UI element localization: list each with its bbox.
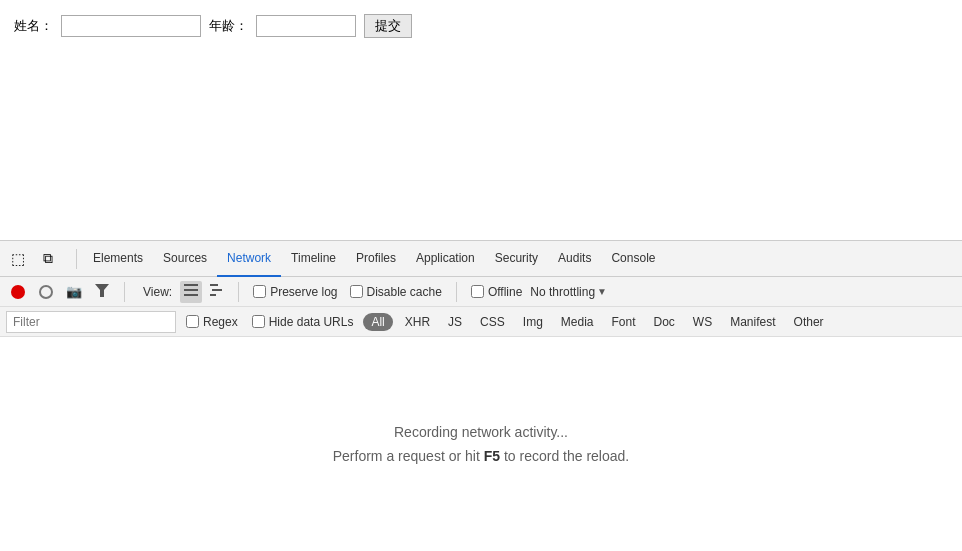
tab-application[interactable]: Application [406, 241, 485, 277]
tab-console[interactable]: Console [601, 241, 665, 277]
tab-profiles[interactable]: Profiles [346, 241, 406, 277]
tab-divider [76, 249, 77, 269]
tab-audits[interactable]: Audits [548, 241, 601, 277]
tab-security[interactable]: Security [485, 241, 548, 277]
svg-rect-3 [184, 294, 198, 296]
svg-rect-2 [184, 289, 198, 291]
name-input[interactable] [61, 15, 201, 37]
filter-doc-button[interactable]: Doc [648, 313, 681, 331]
view-label: View: [143, 285, 172, 299]
control-divider [124, 282, 125, 302]
preserve-log-label[interactable]: Preserve log [253, 285, 337, 299]
list-view-icon [184, 284, 198, 299]
tab-sources[interactable]: Sources [153, 241, 217, 277]
filter-input[interactable] [6, 311, 176, 333]
offline-checkbox[interactable] [471, 285, 484, 298]
devtools-tabs-row: ⬚ ⧉ Elements Sources Network Timeline Pr… [0, 241, 962, 277]
age-label: 年龄： [209, 17, 248, 35]
page-content: 姓名： 年龄： 提交 [0, 0, 962, 240]
throttle-value: No throttling [530, 285, 595, 299]
recording-text: Recording network activity... [394, 424, 568, 440]
tab-timeline[interactable]: Timeline [281, 241, 346, 277]
filter-media-button[interactable]: Media [555, 313, 600, 331]
svg-rect-4 [210, 284, 218, 286]
stop-button[interactable] [34, 280, 58, 304]
devtools-icons: ⬚ ⧉ [4, 245, 62, 273]
svg-rect-6 [210, 294, 216, 296]
offline-label[interactable]: Offline [471, 285, 522, 299]
filter-toggle-button[interactable] [90, 280, 114, 304]
record-button[interactable] [6, 280, 30, 304]
form-row: 姓名： 年龄： 提交 [14, 14, 948, 38]
disable-cache-checkbox[interactable] [350, 285, 363, 298]
tab-elements[interactable]: Elements [83, 241, 153, 277]
devtools-controls-row: 📷 View: [0, 277, 962, 307]
control-divider-3 [456, 282, 457, 302]
throttle-dropdown-arrow: ▼ [597, 286, 607, 297]
filter-other-button[interactable]: Other [788, 313, 830, 331]
preserve-log-checkbox[interactable] [253, 285, 266, 298]
cursor-icon-btn[interactable]: ⬚ [4, 245, 32, 273]
svg-marker-0 [95, 284, 109, 297]
screenshot-button[interactable]: 📷 [62, 280, 86, 304]
stop-icon [39, 285, 53, 299]
cursor-icon: ⬚ [11, 250, 25, 268]
camera-icon: 📷 [66, 284, 82, 299]
filter-icon [95, 284, 109, 300]
filter-ws-button[interactable]: WS [687, 313, 718, 331]
filter-all-button[interactable]: All [363, 313, 392, 331]
name-label: 姓名： [14, 17, 53, 35]
regex-label[interactable]: Regex [186, 315, 238, 329]
devtools-content: Recording network activity... Perform a … [0, 337, 962, 551]
devtools-filter-row: Regex Hide data URLs All XHR JS CSS Img … [0, 307, 962, 337]
submit-button[interactable]: 提交 [364, 14, 412, 38]
filter-xhr-button[interactable]: XHR [399, 313, 436, 331]
hide-data-urls-label[interactable]: Hide data URLs [252, 315, 354, 329]
hint-key: F5 [484, 448, 500, 464]
list-view-button[interactable] [180, 281, 202, 303]
filter-img-button[interactable]: Img [517, 313, 549, 331]
inspect-icon-btn[interactable]: ⧉ [34, 245, 62, 273]
svg-rect-1 [184, 284, 198, 286]
throttle-dropdown[interactable]: No throttling ▼ [530, 285, 607, 299]
record-icon [11, 285, 25, 299]
control-divider-2 [238, 282, 239, 302]
age-input[interactable] [256, 15, 356, 37]
svg-rect-5 [212, 289, 222, 291]
filter-font-button[interactable]: Font [606, 313, 642, 331]
recording-hint: Perform a request or hit F5 to record th… [333, 448, 629, 464]
tab-network[interactable]: Network [217, 241, 281, 277]
inspect-icon: ⧉ [43, 250, 53, 267]
waterfall-view-icon [210, 284, 224, 299]
hide-data-urls-checkbox[interactable] [252, 315, 265, 328]
filter-css-button[interactable]: CSS [474, 313, 511, 331]
disable-cache-label[interactable]: Disable cache [350, 285, 442, 299]
filter-manifest-button[interactable]: Manifest [724, 313, 781, 331]
waterfall-view-button[interactable] [206, 281, 228, 303]
filter-js-button[interactable]: JS [442, 313, 468, 331]
regex-checkbox[interactable] [186, 315, 199, 328]
devtools-panel: ⬚ ⧉ Elements Sources Network Timeline Pr… [0, 240, 962, 551]
